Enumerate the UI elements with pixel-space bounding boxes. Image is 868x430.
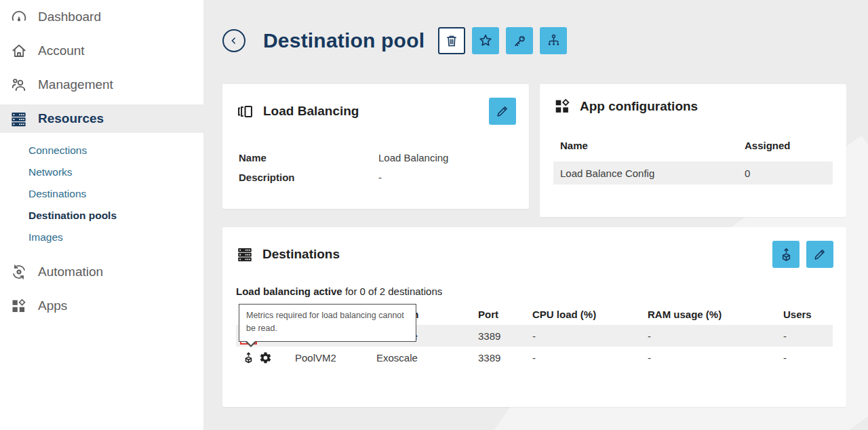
sidebar-item-apps[interactable]: Apps <box>0 289 203 323</box>
config-name: Load Balance Config <box>553 168 738 179</box>
table-row[interactable]: Load Balance Config 0 <box>553 161 833 184</box>
column-header-port: Port <box>478 309 532 320</box>
favorite-button[interactable] <box>472 27 499 54</box>
detail-row: Description - <box>239 168 515 187</box>
hierarchy-button[interactable] <box>540 27 567 54</box>
table-header: Name Assigned <box>553 140 833 151</box>
app-configurations-table: Name Assigned Load Balance Config 0 <box>540 115 846 184</box>
sidebar-item-account[interactable]: Account <box>0 34 203 68</box>
load-balancing-card: Load Balancing Name Load Balancing <box>222 84 529 209</box>
card-title: App configurations <box>580 99 698 114</box>
destination-location: Exoscale <box>376 352 478 364</box>
column-header-ram: RAM usage (%) <box>648 309 783 320</box>
page-header: Destination pool <box>222 24 848 57</box>
sidebar-item-label: Automation <box>38 265 103 279</box>
card-title: Load Balancing <box>263 104 359 119</box>
delete-button[interactable] <box>438 27 465 54</box>
destination-cpu: - <box>532 330 648 342</box>
column-header-cpu: CPU load (%) <box>532 309 648 320</box>
sidebar-item-dashboard[interactable]: Dashboard <box>0 0 203 34</box>
sidebar-item-destinations[interactable]: Destinations <box>28 183 203 205</box>
sidebar-item-management[interactable]: Management <box>0 68 203 102</box>
servers-icon <box>9 110 28 128</box>
star-icon <box>477 33 494 49</box>
sitemap-icon <box>546 33 561 49</box>
sidebar-item-label: Resources <box>38 111 104 126</box>
sidebar-item-label: Account <box>38 43 85 58</box>
sidebar-item-networks[interactable]: Networks <box>28 161 203 183</box>
pencil-icon <box>495 104 510 119</box>
destination-port: 3389 <box>478 352 532 364</box>
sidebar-item-label: Management <box>38 77 113 92</box>
users-icon <box>9 76 28 94</box>
sidebar-item-automation[interactable]: Automation <box>0 255 203 289</box>
page-title: Destination pool <box>263 29 425 52</box>
key-icon <box>512 33 528 49</box>
resources-subnav: Connections Networks Destinations Destin… <box>0 136 203 255</box>
destination-port: 3389 <box>478 330 532 342</box>
destination-row-poolvm2[interactable]: PoolVM2 Exoscale 3389 - - - <box>236 347 833 368</box>
header-actions <box>438 27 567 54</box>
sidebar-item-destination-pools[interactable]: Destination pools <box>28 205 203 227</box>
edit-load-balancing-button[interactable] <box>489 98 516 125</box>
edit-destinations-button[interactable] <box>806 241 833 268</box>
credentials-button[interactable] <box>506 27 533 54</box>
config-assigned: 0 <box>738 168 833 179</box>
servers-icon <box>236 246 254 263</box>
destination-ram: - <box>648 330 783 342</box>
column-header-users: Users <box>783 309 833 320</box>
detail-value: Load Balancing <box>378 148 515 168</box>
app-root: Dashboard Account Management <box>0 0 868 430</box>
destination-name: PoolVM2 <box>295 352 376 364</box>
destination-users: - <box>783 330 833 342</box>
destination-cpu: - <box>532 352 648 364</box>
pencil-icon <box>812 247 827 262</box>
detail-label: Description <box>239 168 378 187</box>
sidebar-item-label: Dashboard <box>38 9 101 24</box>
destination-users: - <box>783 352 833 364</box>
home-icon <box>9 42 28 60</box>
column-header-assigned: Assigned <box>738 140 833 151</box>
sidebar-item-connections[interactable]: Connections <box>28 140 203 161</box>
detail-value: - <box>378 168 515 187</box>
main-content: Destination pool <box>203 0 868 430</box>
trash-icon <box>444 33 459 48</box>
column-header-name: Name <box>553 140 738 151</box>
sidebar: Dashboard Account Management <box>0 0 203 430</box>
destinations-card: Destinations <box>222 227 846 407</box>
card-title: Destinations <box>262 247 340 262</box>
settings-icon[interactable] <box>258 351 273 365</box>
apps-icon <box>9 297 28 315</box>
sidebar-item-label: Apps <box>38 298 67 313</box>
back-button[interactable] <box>222 29 245 52</box>
destination-ram: - <box>648 352 783 364</box>
load-balancer-icon <box>236 102 254 121</box>
sidebar-item-images[interactable]: Images <box>28 227 203 248</box>
metrics-tooltip: Metrics required for load balancing cann… <box>239 304 416 342</box>
load-balancing-details: Name Load Balancing Description - <box>222 125 529 187</box>
gauge-icon <box>9 8 28 26</box>
deploy-destination-button[interactable] <box>772 241 800 268</box>
detail-label: Name <box>239 148 378 168</box>
deploy-icon <box>778 247 794 262</box>
sidebar-item-resources[interactable]: Resources <box>0 104 203 133</box>
apps-icon <box>553 98 571 115</box>
load-balancing-status: Load balancing active for 0 of 2 destina… <box>236 286 846 297</box>
automation-icon <box>9 263 28 281</box>
app-configurations-card: App configurations Name Assigned Load Ba… <box>540 84 846 217</box>
detail-row: Name Load Balancing <box>239 148 515 168</box>
